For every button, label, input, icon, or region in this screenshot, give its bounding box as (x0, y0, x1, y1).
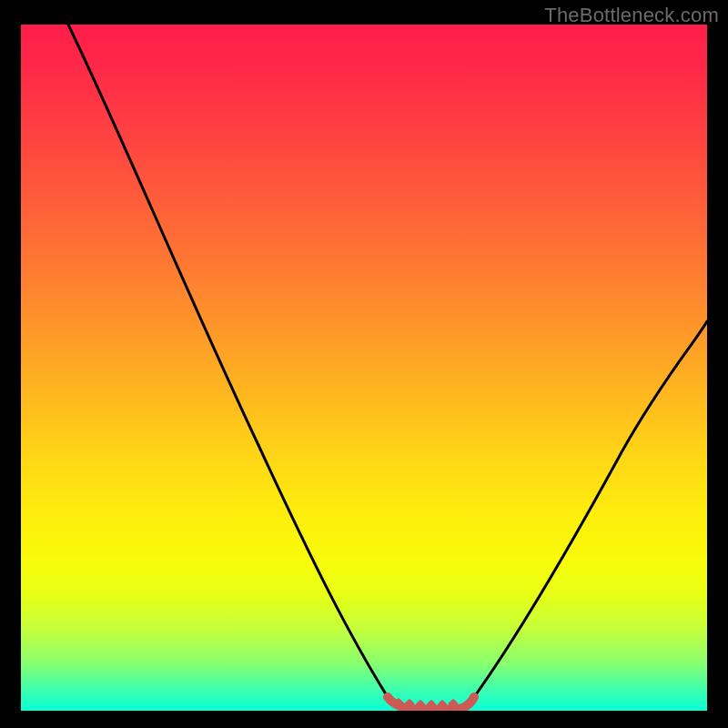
left-curve (68, 25, 388, 697)
plot-area (21, 25, 707, 711)
chart-frame: TheBottleneck.com left-branch right-bran… (0, 0, 728, 728)
curve-overlay (21, 25, 707, 711)
right-curve (474, 321, 707, 697)
valley-cap-texture (396, 701, 456, 705)
watermark-text: TheBottleneck.com (544, 4, 719, 27)
